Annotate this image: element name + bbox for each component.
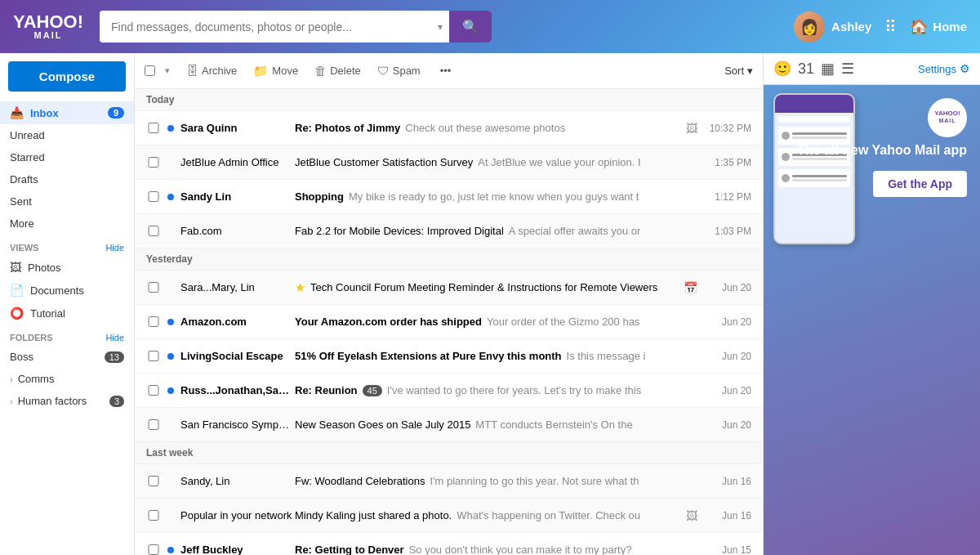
email-preview: Your order of the Gizmo 200 has: [487, 316, 639, 328]
star-icon[interactable]: ★: [295, 280, 305, 295]
phone-avatar: [782, 174, 790, 182]
folders-hide-link[interactable]: Hide: [105, 333, 124, 342]
table-row[interactable]: Russ...Jonathan,Sabrina Re: Reunion 45 I…: [135, 374, 763, 408]
compose-button[interactable]: Compose: [8, 61, 126, 92]
image-attachment-icon: 🖼: [686, 509, 697, 522]
email-sender: JetBlue Admin Office: [180, 156, 295, 168]
sidebar-item-unread[interactable]: Unread: [0, 124, 134, 146]
table-row[interactable]: San Francisco Symphony New Season Goes o…: [135, 408, 763, 442]
calendar-toolbar-icon[interactable]: 31: [798, 60, 814, 78]
table-row[interactable]: Jeff Buckley Re: Getting to Denver So yo…: [135, 533, 763, 555]
sidebar-item-documents[interactable]: 📄 Documents: [0, 279, 134, 302]
sidebar-item-starred[interactable]: Starred: [0, 146, 134, 168]
email-content: Fw: Woodland Celebrations I'm planning t…: [295, 475, 697, 487]
sidebar-item-boss[interactable]: Boss 13: [0, 346, 134, 368]
email-time: 1:03 PM: [704, 226, 751, 237]
more-dots-icon: •••: [440, 65, 452, 77]
main-layout: Compose 📥 Inbox 9 Unread Starred Drafts …: [0, 53, 980, 555]
delete-button[interactable]: 🗑 Delete: [308, 60, 368, 81]
sidebar-item-more[interactable]: More: [0, 213, 134, 235]
email-checkbox[interactable]: [146, 419, 161, 430]
email-checkbox[interactable]: [146, 282, 161, 293]
email-checkbox[interactable]: [146, 476, 161, 486]
search-input[interactable]: [100, 12, 431, 42]
email-checkbox[interactable]: [146, 123, 161, 133]
email-sender: Sandy Lin: [180, 190, 295, 203]
more-actions-button[interactable]: •••: [434, 61, 458, 80]
email-sender: LivingSocial Escape: [180, 350, 295, 362]
email-sender: Jeff Buckley: [180, 544, 295, 555]
email-checkbox[interactable]: [146, 316, 161, 327]
email-checkbox[interactable]: [146, 510, 161, 521]
email-content: Fab 2.2 for Mobile Devices: Improved Dig…: [295, 225, 697, 237]
message-count-badge: 45: [363, 385, 382, 396]
email-meta: Jun 16: [704, 476, 751, 487]
spam-button[interactable]: 🛡 Spam: [371, 60, 427, 81]
email-checkbox[interactable]: [146, 351, 161, 361]
last-week-section-header: Last week: [135, 442, 763, 464]
right-panel: 🙂 31 ▦ ☰ Settings ⚙: [764, 53, 980, 555]
search-bar[interactable]: ▾ 🔍: [100, 11, 492, 43]
search-button[interactable]: 🔍: [449, 11, 492, 43]
sidebar-item-tutorial[interactable]: ⭕ Tutorial: [0, 302, 134, 324]
search-dropdown-button[interactable]: ▾: [431, 21, 449, 33]
sidebar-item-photos[interactable]: 🖼 Photos: [0, 256, 134, 279]
move-button[interactable]: 📁 Move: [247, 60, 305, 82]
email-content: ★ Tech Council Forum Meeting Reminder & …: [295, 280, 677, 295]
sort-button[interactable]: Sort ▾: [724, 65, 753, 77]
email-time: Jun 20: [704, 385, 751, 396]
user-name: Ashley: [831, 20, 871, 34]
table-row[interactable]: Sandy, Lin Fw: Woodland Celebrations I'm…: [135, 464, 763, 499]
settings-gear-icon: ⚙: [960, 62, 970, 75]
sidebar-item-boss-label: Boss: [10, 351, 33, 363]
email-time: Jun 16: [704, 510, 751, 521]
email-checkbox[interactable]: [146, 157, 161, 168]
table-row[interactable]: JetBlue Admin Office JetBlue Customer Sa…: [135, 145, 763, 180]
photos-icon: 🖼: [10, 261, 21, 274]
table-row[interactable]: Sara...Mary, Lin ★ Tech Council Forum Me…: [135, 271, 763, 305]
table-row[interactable]: Fab.com Fab 2.2 for Mobile Devices: Impr…: [135, 214, 763, 248]
settings-link[interactable]: Settings ⚙: [918, 62, 970, 75]
delete-icon: 🗑: [314, 64, 327, 78]
yahoo-mail-logo: YAHOO! MAIL: [13, 13, 83, 40]
right-panel-toolbar: 🙂 31 ▦ ☰ Settings ⚙: [764, 53, 980, 85]
views-hide-link[interactable]: Hide: [105, 243, 124, 253]
table-row[interactable]: Amazon.com Your Amazon.com order has shi…: [135, 305, 763, 339]
grid-view-icon[interactable]: ▦: [821, 60, 835, 78]
sidebar-item-inbox[interactable]: 📥 Inbox 9: [0, 101, 134, 124]
email-checkbox[interactable]: [146, 385, 161, 396]
image-attachment-icon: 🖼: [686, 122, 697, 135]
sidebar-item-comms[interactable]: › Comms: [0, 368, 134, 390]
table-row[interactable]: Sandy Lin Shopping My bike is ready to g…: [135, 180, 763, 214]
email-content: 51% Off Eyelash Extensions at Pure Envy …: [295, 350, 697, 362]
sidebar-item-drafts[interactable]: Drafts: [0, 168, 134, 190]
emoji-icon[interactable]: 🙂: [773, 60, 791, 78]
table-row[interactable]: Sara Quinn Re: Photos of Jimmy Check out…: [135, 111, 763, 145]
sidebar-item-human-factors[interactable]: › Human factors 3: [0, 390, 134, 412]
home-button[interactable]: 🏠 Home: [910, 18, 967, 36]
table-row[interactable]: Popular in your network Mindy Kaling jus…: [135, 499, 763, 533]
list-view-icon[interactable]: ☰: [841, 60, 854, 78]
sidebar: Compose 📥 Inbox 9 Unread Starred Drafts …: [0, 53, 135, 555]
email-content: Shopping My bike is ready to go, just le…: [295, 190, 697, 203]
email-checkbox[interactable]: [146, 191, 161, 202]
select-all-checkbox[interactable]: [145, 65, 155, 76]
email-checkbox[interactable]: [146, 226, 161, 236]
email-toolbar: ▾ 🗄 Archive 📁 Move 🗑 Delete 🛡 Spam •••: [135, 53, 763, 89]
email-sender: Sandy, Lin: [180, 475, 295, 487]
apps-grid-icon[interactable]: ⠿: [884, 17, 897, 37]
select-dropdown-icon[interactable]: ▾: [165, 65, 170, 76]
sidebar-item-sent[interactable]: Sent: [0, 190, 134, 213]
email-subject: Your Amazon.com order has shipped: [295, 316, 482, 328]
table-row[interactable]: LivingSocial Escape 51% Off Eyelash Exte…: [135, 339, 763, 374]
archive-button[interactable]: 🗄 Archive: [180, 60, 243, 81]
settings-label: Settings: [918, 63, 956, 75]
user-profile[interactable]: 👩 Ashley: [794, 11, 871, 43]
email-checkbox[interactable]: [146, 544, 161, 555]
unread-dot: [167, 547, 174, 553]
get-app-button[interactable]: Get the App: [873, 171, 967, 197]
email-meta: 🖼 10:32 PM: [686, 122, 751, 135]
email-subject: Fw: Woodland Celebrations: [295, 475, 425, 487]
email-meta: Jun 20: [704, 316, 751, 328]
email-list: ▾ 🗄 Archive 📁 Move 🗑 Delete 🛡 Spam •••: [135, 53, 764, 555]
